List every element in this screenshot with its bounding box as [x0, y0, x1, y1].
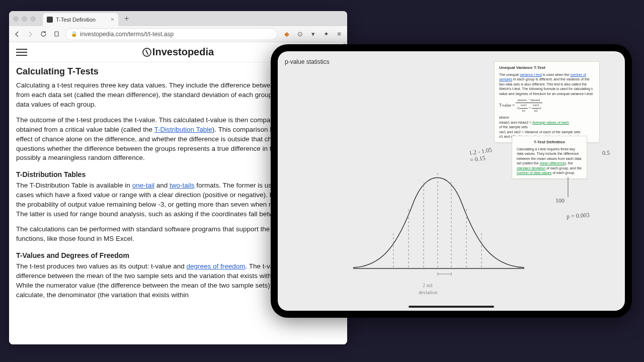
favicon-icon [47, 17, 53, 23]
pocket-icon[interactable]: ▾ [309, 30, 317, 38]
where-label: where: [499, 115, 595, 120]
annotation-pvalue: p = 0.003 [567, 211, 590, 220]
card-title: T-Test Definition [517, 140, 582, 145]
minimize-window-icon[interactable] [22, 16, 27, 22]
maximize-window-icon[interactable] [30, 16, 36, 22]
browser-toolbar: 🔒 investopedia.com/terms/t/t-test.asp ◆ … [9, 26, 347, 42]
tab-bar: T-Test Definition × + [9, 11, 347, 26]
formula-line: var1 and var2 = Variance of each of the … [499, 130, 595, 134]
back-button[interactable] [13, 30, 21, 38]
note-title: p-value statistics [285, 58, 330, 65]
browser-tab[interactable]: T-Test Definition × [43, 13, 118, 26]
note-card-unequal-variance[interactable]: Unequal Variance T-Test The unequal vari… [494, 61, 600, 143]
bell-curve-sketch [343, 152, 534, 278]
home-indicator[interactable] [409, 306, 494, 308]
shield-icon[interactable]: ◆ [283, 30, 291, 38]
formula-line: mean1 and mean2 = Average values of each [499, 120, 595, 125]
site-menu-button[interactable] [16, 49, 27, 56]
annotation-std2: deviation [419, 290, 437, 295]
forward-button[interactable] [26, 30, 34, 38]
menu-icon[interactable]: ≡ [335, 30, 343, 38]
tablet-device: p-value statistics Unequal Variance T-Te… [271, 44, 632, 318]
card-text: The unequal variance t-test is used when… [499, 72, 595, 96]
site-logo[interactable]: Investopedia [142, 46, 214, 58]
logo-text: Investopedia [152, 46, 214, 58]
link-two-tails[interactable]: two-tails [170, 182, 195, 189]
link-degrees-of-freedom[interactable]: degrees of freedom [186, 262, 245, 270]
formula: T-value = mean1 − mean2√(var1n1 + var2n2… [499, 98, 595, 113]
extensions-icon[interactable]: ✦ [322, 30, 330, 38]
lock-icon: 🔒 [71, 31, 77, 37]
annotation-right: 0.5 [602, 149, 610, 157]
window-traffic-lights[interactable] [13, 16, 36, 22]
tab-title: T-Test Definition [56, 17, 96, 23]
link-t-distribution-table[interactable]: T-Distribution Table [154, 126, 212, 133]
reload-button[interactable] [39, 30, 47, 38]
formula-line: of the sample sets [499, 125, 595, 129]
extension-icons: ◆ ⊙ ▾ ✦ ≡ [283, 30, 343, 38]
arrow-sketch [563, 177, 573, 199]
logo-mark-icon [142, 48, 151, 57]
close-window-icon[interactable] [13, 16, 19, 22]
card-title: Unequal Variance T-Test [499, 65, 595, 71]
link-one-tail[interactable]: one-tail [132, 182, 154, 189]
new-tab-button[interactable]: + [121, 14, 132, 23]
svg-rect-0 [55, 32, 58, 36]
reader-icon[interactable]: ⊙ [296, 30, 304, 38]
tablet-screen[interactable]: p-value statistics Unequal Variance T-Te… [278, 51, 625, 311]
close-tab-icon[interactable]: × [111, 16, 114, 23]
home-button[interactable] [52, 30, 60, 38]
address-bar[interactable]: 🔒 investopedia.com/terms/t/t-test.asp [65, 28, 278, 40]
url-text: investopedia.com/terms/t/t-test.asp [80, 31, 174, 38]
annotation-std1: 2 std [423, 283, 432, 288]
